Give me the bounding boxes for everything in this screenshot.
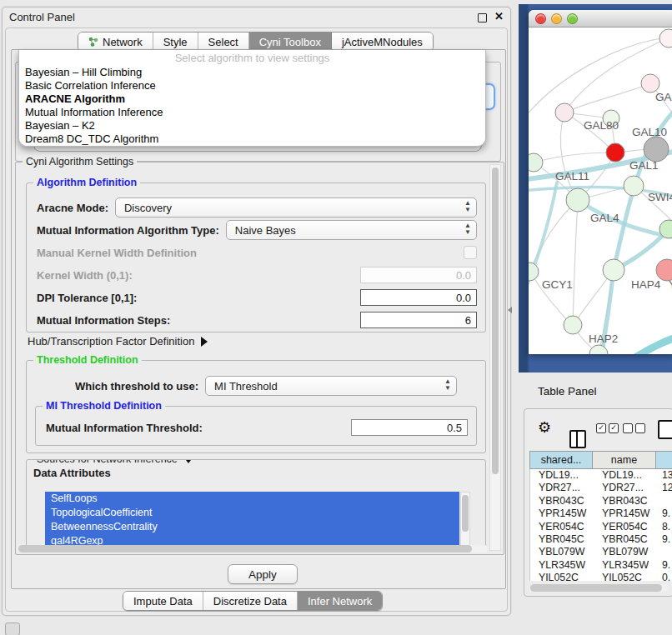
minimize-traffic-light[interactable] <box>551 13 562 24</box>
table-cell: YBL079W <box>602 546 648 558</box>
table-horizontal-scrollbar[interactable] <box>529 584 668 592</box>
table-header-row: shared...name <box>529 451 672 469</box>
mi-threshold-field[interactable]: 0.5 <box>351 419 468 436</box>
dock-mini-button[interactable] <box>5 622 20 635</box>
network-node[interactable] <box>555 103 574 122</box>
network-node-label: GAL1 <box>629 159 659 172</box>
network-window-titlebar[interactable] <box>529 10 672 28</box>
deselect-all-icon[interactable] <box>623 423 648 433</box>
tab-style[interactable]: Style <box>153 32 198 51</box>
which-threshold-select[interactable]: MI Threshold ▲▼ <box>205 376 457 396</box>
tab-infer-network[interactable]: Infer Network <box>298 592 382 610</box>
float-window-icon[interactable] <box>478 13 487 22</box>
collapse-down-icon <box>183 459 193 463</box>
tab-label: Select <box>208 36 238 48</box>
manual-kernel-width-checkbox[interactable] <box>464 246 477 259</box>
table-row[interactable]: YBR043CYBR043C <box>530 495 672 508</box>
attribute-list-item[interactable]: SelfLoops <box>45 492 459 506</box>
tab-jactivemnodules[interactable]: jActiveMNodules <box>332 32 433 51</box>
network-node[interactable] <box>529 262 539 281</box>
table-row[interactable]: YPR145WYPR145W9. <box>530 508 672 520</box>
zoom-traffic-light[interactable] <box>567 13 578 24</box>
kernel-width-field[interactable]: 0.0 <box>360 267 477 283</box>
table-row[interactable]: YDR27...YDR27...12 <box>530 482 672 494</box>
table-column-header[interactable] <box>656 451 672 469</box>
export-table-icon[interactable] <box>658 420 672 439</box>
algorithm-definition-title: Algorithm Definition <box>33 177 140 188</box>
table-cell: YDL19... <box>602 469 642 482</box>
dpi-tolerance-field[interactable]: 0.0 <box>360 289 477 306</box>
tab-label: Style <box>163 36 188 48</box>
attributes-list-scrollbar[interactable] <box>460 492 470 549</box>
close-traffic-light[interactable] <box>535 13 546 24</box>
algorithm-option[interactable]: Basic Correlation Inference <box>19 79 485 92</box>
table-row[interactable]: YLR345WYLR345W9. <box>530 559 672 572</box>
algorithm-option[interactable]: Bayesian – K2 <box>19 119 485 132</box>
table-cell: YIL052C <box>602 572 642 581</box>
threshold-definition-title: Threshold Definition <box>33 354 142 366</box>
control-panel: Control Panel ✕ NetworkStyleSelectCyni T… <box>2 7 511 616</box>
table-cell: YER054C <box>539 521 584 533</box>
mi-algorithm-type-select[interactable]: Naive Bayes ▲▼ <box>226 220 477 240</box>
table-row[interactable]: YBL079WYBL079W <box>530 546 672 558</box>
dpi-tolerance-label: DPI Tolerance [0,1]: <box>37 292 137 304</box>
network-node[interactable] <box>564 316 582 334</box>
network-node[interactable] <box>606 143 624 162</box>
mi-threshold-label: Mutual Information Threshold: <box>46 422 203 434</box>
tab-label: Cyni Toolbox <box>259 36 321 48</box>
attribute-list-item[interactable]: TopologicalCoefficient <box>45 506 459 520</box>
network-node-label: HAP2 <box>589 332 618 345</box>
table-cell: 0. <box>662 572 670 581</box>
table-row[interactable]: YIL052CYIL052C0. <box>530 572 672 581</box>
table-column-header[interactable]: shared... <box>529 451 593 469</box>
hub-definition-expander[interactable]: Hub/Transcription Factor Definition <box>28 335 208 348</box>
table-row[interactable]: YER054CYER054C8. <box>530 521 672 533</box>
algorithm-option[interactable]: Dream8 DC_TDC Algorithm <box>19 132 485 146</box>
algorithm-popup-list: Bayesian – Hill ClimbingBasic Correlatio… <box>19 66 485 146</box>
algorithm-option[interactable]: ARACNE Algorithm <box>19 92 485 106</box>
table-column-header[interactable]: name <box>593 451 656 469</box>
close-icon[interactable]: ✕ <box>494 10 504 22</box>
aracne-mode-select[interactable]: Discovery ▲▼ <box>115 198 477 218</box>
apply-button[interactable]: Apply <box>228 564 298 584</box>
algorithm-option[interactable]: Mutual Information Inference <box>19 106 485 119</box>
network-node-label: GAL10 <box>632 126 667 138</box>
table-row[interactable]: YDL19...YDL19...13 <box>530 469 672 482</box>
cyni-algorithm-settings-group: Cyni Algorithm Settings Algorithm Defini… <box>15 162 504 555</box>
tab-label: Impute Data <box>133 595 193 608</box>
network-node[interactable] <box>566 188 589 212</box>
algorithm-option[interactable]: Bayesian – Hill Climbing <box>19 66 485 79</box>
column-selector-icon[interactable] <box>569 430 586 448</box>
sources-group-title[interactable]: Sources for Network Inference <box>33 459 197 465</box>
table-cell: YBR043C <box>602 495 648 508</box>
data-attributes-label: Data Attributes <box>33 467 485 479</box>
network-node[interactable] <box>624 176 644 196</box>
network-node[interactable] <box>529 153 543 172</box>
settings-horizontal-scrollbar[interactable] <box>18 545 488 552</box>
tab-discretize-data[interactable]: Discretize Data <box>203 592 298 610</box>
attribute-list-item[interactable]: BetweennessCentrality <box>45 520 459 534</box>
algorithm-dropdown-popup: Select algorithm to view settings Bayesi… <box>18 50 486 147</box>
table-cell: YDR27... <box>602 482 644 494</box>
threshold-definition-group: Threshold Definition Which threshold to … <box>26 360 486 453</box>
table-row[interactable]: YBR045CYBR045C9. <box>530 533 672 546</box>
splitter-collapse-icon[interactable] <box>508 307 512 313</box>
gear-icon[interactable]: ⚙ <box>538 420 551 435</box>
network-icon <box>88 37 98 47</box>
network-node[interactable] <box>659 29 672 48</box>
network-node[interactable] <box>603 259 624 281</box>
tab-select[interactable]: Select <box>198 32 249 51</box>
control-panel-header: Control Panel ✕ <box>3 8 510 28</box>
network-node[interactable] <box>641 74 659 92</box>
tab-network[interactable]: Network <box>78 32 153 51</box>
settings-vertical-scrollbar[interactable] <box>489 164 501 551</box>
select-all-icon[interactable]: ✓✓ <box>596 423 621 433</box>
table-cell: 8. <box>662 521 670 533</box>
tab-cyni-toolbox[interactable]: Cyni Toolbox <box>249 32 332 51</box>
mi-steps-field[interactable]: 6 <box>360 312 477 328</box>
tab-impute-data[interactable]: Impute Data <box>123 592 203 610</box>
network-canvas[interactable]: GALGAL80GAL10GAL1GAL11SWI4GAL4GCY1HAP4YH… <box>529 28 672 354</box>
data-attributes-list[interactable]: SelfLoopsTopologicalCoefficientBetweenne… <box>45 492 459 549</box>
network-edge <box>573 200 578 325</box>
network-node[interactable] <box>644 137 669 162</box>
